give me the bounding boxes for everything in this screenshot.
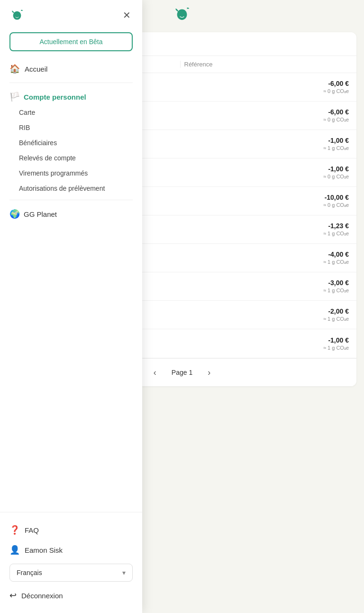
sidebar-item-releves[interactable]: Relevés de compte — [19, 150, 133, 166]
faq-icon: ❓ — [9, 525, 20, 535]
sidebar-item-planet[interactable]: 🌍 GG Planet — [9, 204, 133, 224]
transaction-co2: ≈ 1 g CO₂e — [323, 345, 349, 351]
sidebar-bottom: ❓ FAQ 👤 Eamon Sisk Français ▾ ↩ Déconnex… — [0, 512, 142, 613]
transaction-right: -4,00 € ≈ 1 g CO₂e — [323, 251, 349, 265]
logout-icon: ↩ — [9, 590, 17, 601]
transaction-amount: -10,00 € — [325, 194, 349, 201]
sidebar-compte-label: Compte personnel — [24, 93, 86, 101]
sidebar-item-carte[interactable]: Carte — [19, 105, 133, 120]
language-label: Français — [17, 569, 42, 576]
sidebar-item-faq[interactable]: ❓ FAQ — [9, 520, 133, 540]
transaction-right: -1,23 € ≈ 1 g CO₂e — [323, 222, 349, 237]
sidebar-item-rib[interactable]: RIB — [19, 120, 133, 135]
sidebar-user: 👤 Eamon Sisk — [9, 540, 133, 560]
sidebar-close-button[interactable]: ✕ — [121, 9, 133, 22]
transaction-co2: ≈ 0 g CO₂e — [323, 88, 349, 94]
sidebar-divider-2 — [9, 200, 133, 200]
sidebar-item-beneficiaires[interactable]: Bénéficiaires — [19, 135, 133, 150]
language-selector[interactable]: Français ▾ — [9, 564, 133, 582]
sidebar-dog-logo-icon — [9, 8, 25, 23]
transaction-amount: -2,00 € — [328, 307, 349, 315]
sidebar-nav: 🏠 Accueil 🏳️ Compte personnel Carte RIB … — [0, 59, 142, 224]
transaction-right: -3,00 € ≈ 1 g CO₂e — [323, 279, 349, 294]
flag-icon: 🏳️ — [9, 92, 20, 102]
transaction-amount: -6,00 € — [328, 108, 349, 116]
home-icon: 🏠 — [9, 64, 20, 74]
sidebar-item-compte[interactable]: 🏳️ Compte personnel — [9, 87, 133, 105]
pagination-next-button[interactable]: › — [204, 366, 214, 379]
transaction-amount: -1,00 € — [328, 137, 349, 144]
transaction-amount: -4,00 € — [328, 251, 349, 258]
transaction-right: -1,00 € ≈ 1 g CO₂e — [323, 137, 349, 151]
svg-point-3 — [18, 14, 19, 16]
sidebar-home-label: Accueil — [25, 65, 47, 73]
sidebar-logout-label: Déconnexion — [21, 592, 63, 600]
pagination-prev-button[interactable]: ‹ — [150, 366, 160, 379]
transaction-co2: ≈ 0 g CO₂e — [323, 202, 349, 208]
logout-button[interactable]: ↩ Déconnexion — [9, 585, 133, 605]
transaction-amount: -6,00 € — [328, 80, 349, 87]
svg-point-2 — [15, 14, 17, 16]
transaction-amount: -1,00 € — [328, 165, 349, 173]
beta-button[interactable]: Actuellement en Bêta — [9, 32, 133, 51]
col-header-ref: Référence — [180, 61, 349, 68]
svg-point-0 — [179, 13, 181, 15]
transaction-amount: -3,00 € — [328, 279, 349, 287]
sidebar-item-home[interactable]: 🏠 Accueil — [9, 59, 133, 79]
transaction-right: -1,00 € ≈ 0 g CO₂e — [323, 165, 349, 180]
sidebar-header: ✕ — [0, 0, 142, 30]
sidebar-faq-label: FAQ — [25, 526, 39, 534]
transaction-co2: ≈ 1 g CO₂e — [323, 231, 349, 237]
transaction-co2: ≈ 1 g CO₂e — [323, 288, 349, 294]
transaction-amount: -1,00 € — [328, 336, 349, 344]
transaction-co2: ≈ 0 g CO₂e — [323, 174, 349, 180]
dog-logo-icon — [173, 5, 191, 24]
sidebar-user-label: Eamon Sisk — [25, 546, 63, 554]
transaction-right: -6,00 € ≈ 0 g CO₂e — [323, 108, 349, 123]
sidebar-item-virements[interactable]: Virements programmés — [19, 166, 133, 181]
transaction-co2: ≈ 1 g CO₂e — [323, 316, 349, 322]
transaction-co2: ≈ 1 g CO₂e — [323, 145, 349, 151]
transaction-amount: -1,23 € — [328, 222, 349, 230]
pagination-label: Page 1 — [172, 369, 192, 376]
transaction-co2: ≈ 0 g CO₂e — [323, 117, 349, 123]
globe-icon: 🌍 — [9, 209, 20, 219]
sidebar: ✕ Actuellement en Bêta 🏠 Accueil 🏳️ Comp… — [0, 0, 142, 613]
sidebar-planet-label: GG Planet — [24, 210, 57, 218]
sidebar-sub-items: Carte RIB Bénéficiaires Relevés de compt… — [9, 105, 133, 196]
user-icon: 👤 — [9, 545, 20, 555]
transaction-co2: ≈ 1 g CO₂e — [323, 259, 349, 265]
svg-point-1 — [183, 13, 184, 15]
sidebar-item-autorisations[interactable]: Autorisations de prélèvement — [19, 181, 133, 196]
transaction-right: -2,00 € ≈ 1 g CO₂e — [323, 307, 349, 322]
chevron-down-icon: ▾ — [122, 569, 126, 576]
transaction-right: -1,00 € ≈ 1 g CO₂e — [323, 336, 349, 351]
transaction-right: -6,00 € ≈ 0 g CO₂e — [323, 80, 349, 94]
transaction-right: -10,00 € ≈ 0 g CO₂e — [323, 194, 349, 208]
sidebar-divider — [9, 83, 133, 83]
